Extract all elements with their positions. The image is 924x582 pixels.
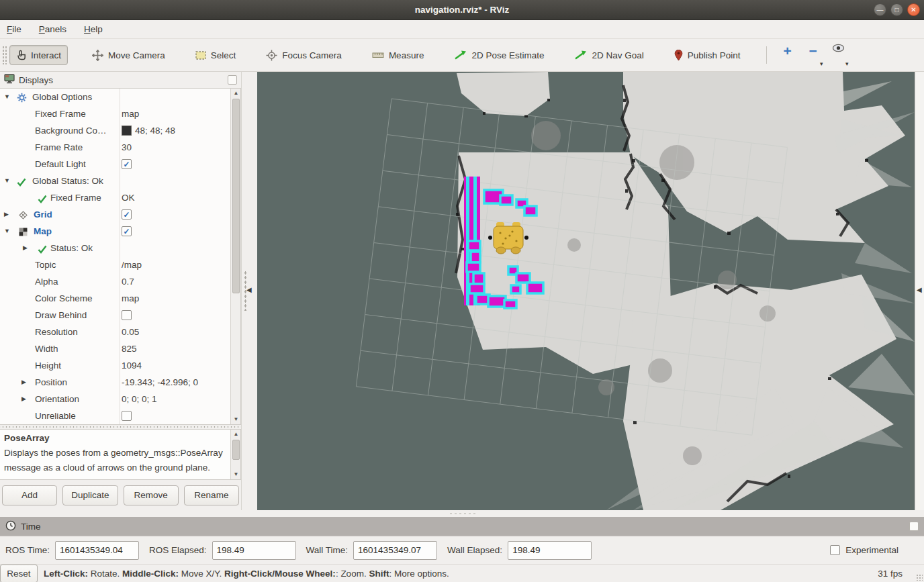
property-value[interactable]: ✓ — [122, 206, 132, 223]
checkbox-unchecked[interactable] — [122, 310, 132, 320]
tree-row-unreliable[interactable]: Unreliable — [0, 407, 240, 424]
3d-viewport[interactable] — [257, 72, 915, 510]
resize-grip[interactable] — [916, 574, 923, 581]
property-value[interactable]: 825 — [122, 340, 137, 357]
tree-row-default-light[interactable]: Default Light✓ — [0, 156, 240, 173]
color-swatch[interactable] — [122, 126, 132, 136]
property-value[interactable] — [122, 407, 132, 424]
tree-row-alpha[interactable]: Alpha0.7 — [0, 273, 240, 290]
3d-viewport-canvas[interactable] — [257, 72, 915, 510]
checkbox-checked[interactable]: ✓ — [122, 159, 132, 169]
menu-file[interactable]: File — [7, 24, 21, 34]
scroll-down-icon[interactable]: ▼ — [231, 415, 241, 424]
time-field-input[interactable] — [212, 541, 296, 560]
tree-row-position[interactable]: ▶Position-19.343; -42.996; 0 — [0, 374, 240, 391]
minimize-icon[interactable]: — — [874, 3, 886, 16]
property-value[interactable]: map — [122, 290, 139, 307]
maximize-icon[interactable]: □ — [890, 3, 903, 16]
expander-open-icon[interactable]: ▼ — [4, 223, 10, 240]
tool-interact[interactable]: Interact — [9, 45, 68, 65]
viewport-time-splitter[interactable] — [0, 510, 924, 517]
expander-closed-icon[interactable]: ▶ — [23, 240, 28, 256]
property-value[interactable]: map — [122, 105, 139, 122]
property-value[interactable]: 0.05 — [122, 324, 139, 340]
more-information-link[interactable]: More Information. — [4, 477, 75, 480]
property-value[interactable]: 48; 48; 48 — [122, 122, 175, 139]
tree-row-background-co-[interactable]: Background Co…48; 48; 48 — [0, 122, 240, 139]
tool-eye[interactable]: ▾ — [829, 44, 849, 66]
remove-button[interactable]: Remove — [124, 485, 179, 505]
panel-splitter[interactable]: ◀ — [242, 72, 257, 510]
property-value[interactable]: OK — [122, 189, 135, 206]
tree-row-fixed-frame[interactable]: Fixed Framemap — [0, 105, 240, 122]
tool-zoom-out-minus[interactable]: −▾ — [803, 44, 823, 66]
splitter-grip[interactable] — [449, 513, 475, 515]
tree-row-frame-rate[interactable]: Frame Rate30 — [0, 139, 240, 156]
time-field-input[interactable] — [55, 541, 139, 560]
tool-zoom-in-plus[interactable]: + — [778, 44, 798, 66]
expander-closed-icon[interactable]: ▶ — [21, 391, 26, 407]
expander-open-icon[interactable]: ▼ — [4, 89, 10, 105]
menu-help[interactable]: Help — [84, 24, 103, 34]
scrollbar-thumb[interactable] — [232, 99, 240, 293]
dropdown-caret-icon[interactable]: ▾ — [845, 61, 849, 66]
property-value[interactable]: 1094 — [122, 357, 142, 374]
scrollbar-thumb[interactable] — [232, 440, 240, 460]
tree-row-global-options[interactable]: ▼Global Options — [0, 89, 240, 105]
expander-open-icon[interactable]: ▼ — [4, 173, 10, 189]
expander-closed-icon[interactable]: ▶ — [21, 374, 26, 391]
right-panel-strip[interactable]: ◀ — [915, 72, 924, 510]
tool-publish-point[interactable]: Publish Point — [668, 46, 747, 65]
property-value[interactable]: 0.7 — [122, 273, 134, 290]
tree-row-orientation[interactable]: ▶Orientation0; 0; 0; 1 — [0, 391, 240, 407]
property-value[interactable]: -19.343; -42.996; 0 — [122, 374, 198, 391]
expander-closed-icon[interactable]: ▶ — [4, 206, 9, 223]
tool-2d-nav-goal[interactable]: 2D Nav Goal — [568, 46, 649, 64]
tree-row-draw-behind[interactable]: Draw Behind — [0, 307, 240, 324]
tree-row-grid[interactable]: ▶Grid✓ — [0, 206, 240, 223]
description-scrollbar[interactable]: ▲ ▼ — [230, 430, 240, 479]
duplicate-button[interactable]: Duplicate — [62, 485, 118, 505]
tree-row-status-ok[interactable]: ▶Status: Ok — [0, 240, 240, 256]
property-value[interactable]: 30 — [122, 139, 132, 156]
displays-panel-header[interactable]: Displays — [0, 72, 241, 88]
property-value[interactable]: 0; 0; 0; 1 — [122, 391, 157, 407]
collapse-left-icon[interactable]: ◀ — [246, 286, 252, 293]
experimental-checkbox[interactable] — [830, 545, 840, 555]
tree-row-global-status-ok[interactable]: ▼Global Status: Ok — [0, 173, 240, 189]
tree-row-topic[interactable]: Topic/map — [0, 256, 240, 273]
tool-focus-camera[interactable]: Focus Camera — [260, 46, 348, 65]
scroll-up-icon[interactable]: ▲ — [231, 430, 241, 439]
property-value[interactable]: ✓ — [122, 156, 132, 173]
property-value[interactable]: /map — [122, 256, 142, 273]
checkbox-unchecked[interactable] — [122, 411, 132, 421]
rename-button[interactable]: Rename — [184, 485, 239, 505]
tree-row-color-scheme[interactable]: Color Schememap — [0, 290, 240, 307]
displays-tree-scrollbar[interactable]: ▲ ▼ — [230, 89, 240, 424]
title-bar[interactable]: navigation.rviz* - RViz — □ ✕ — [0, 0, 924, 20]
add-button[interactable]: Add — [2, 485, 57, 505]
tool-2d-pose-estimate[interactable]: 2D Pose Estimate — [448, 46, 550, 64]
tree-row-fixed-frame[interactable]: Fixed FrameOK — [0, 189, 240, 206]
tree-row-width[interactable]: Width825 — [0, 340, 240, 357]
tool-select[interactable]: Select — [189, 46, 242, 64]
tree-row-resolution[interactable]: Resolution0.05 — [0, 324, 240, 340]
property-value[interactable] — [122, 307, 132, 324]
menu-panels[interactable]: Panels — [39, 24, 66, 34]
toolbar-grip[interactable] — [2, 46, 7, 64]
time-field-input[interactable] — [508, 541, 592, 560]
collapse-left-icon[interactable]: ◀ — [917, 286, 922, 293]
checkbox-checked[interactable]: ✓ — [122, 209, 132, 220]
tool-measure[interactable]: Measure — [366, 46, 430, 64]
tree-row-height[interactable]: Height1094 — [0, 357, 240, 374]
tree-row-map[interactable]: ▼Map✓ — [0, 223, 240, 240]
reset-button[interactable]: Reset — [0, 565, 38, 582]
scroll-down-icon[interactable]: ▼ — [231, 470, 241, 479]
dropdown-caret-icon[interactable]: ▾ — [820, 61, 823, 66]
time-float-button[interactable] — [909, 522, 919, 531]
checkbox-checked[interactable]: ✓ — [122, 226, 132, 236]
time-panel-header[interactable]: Time — [0, 517, 924, 536]
close-icon[interactable]: ✕ — [907, 3, 920, 16]
tool-move-camera[interactable]: Move Camera — [86, 46, 171, 65]
time-field-input[interactable] — [353, 541, 437, 560]
